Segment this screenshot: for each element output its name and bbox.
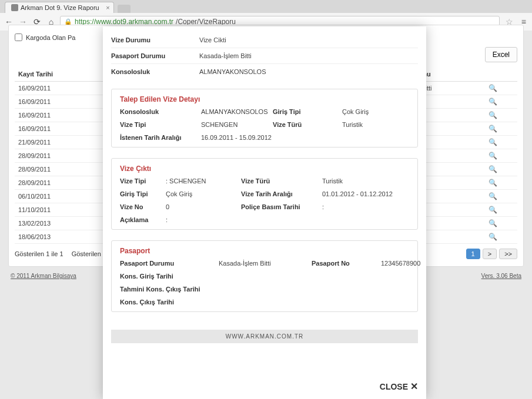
magnify-icon[interactable]: 🔍 [488,125,497,133]
pasaport-durum-value: Kasada-İşlem Bitti [219,260,307,267]
talep-vize-tipi-value: SCHENGEN [201,121,268,128]
talep-title: Talep Edilen Vize Detayı [120,95,409,108]
page-next-button[interactable]: > [483,249,497,259]
cikti-police-value: : [322,203,409,210]
excel-button[interactable]: Excel [485,47,517,62]
cell-date: 11/10/2011 [15,203,100,217]
cikti-card: Vize Çıktı Vize Tipi : SCHENGEN Vize Tür… [111,158,418,230]
cikti-vize-turu-label: Vize Türü [241,177,317,185]
magnify-icon[interactable]: 🔍 [488,206,497,214]
page-last-button[interactable]: >> [499,249,517,259]
cell-date: 21/09/2011 [15,136,100,149]
pasaport-no-value: 12345678900 [381,260,420,267]
kargoda-label: Kargoda Olan Pa [26,34,75,41]
select-label: Gösterilen [72,250,101,257]
cell-date: 16/09/2011 [15,82,100,95]
pasaport-durum-label: Pasaport Durumu [120,260,214,267]
talep-tarih-label: İstenen Tarih Aralığı [120,134,196,141]
magnify-icon[interactable]: 🔍 [488,138,497,146]
cikti-vize-turu-value: Turistik [322,177,409,185]
talep-konsolosluk-value: ALMANYAKONSOLOS [201,108,268,115]
cell-date: 28/09/2011 [15,163,100,176]
cell-date: 28/09/2011 [15,176,100,190]
cikti-giris-tipi-label: Giriş Tipi [120,190,161,197]
talep-tarih-value: 16.09.2011 - 15.09.2012 [201,134,409,141]
summary-block: Vize Durumu Vize Cikti Pasaport Durumu K… [111,32,418,79]
konsolosluk-value: ALMANYAKONSOLOS [199,68,418,75]
close-label: CLOSE [380,382,408,391]
vize-durumu-value: Vize Cikti [199,36,418,43]
pasaport-no-label: Pasaport No [312,260,376,267]
close-button[interactable]: CLOSE ✕ [380,381,418,392]
kargoda-checkbox[interactable] [15,33,22,41]
pasaport-title: Pasaport [120,247,409,260]
cell-date: 28/09/2011 [15,149,100,163]
close-icon[interactable]: × [106,4,109,11]
kons-cikis-label: Kons. Çıkış Tarihi [120,299,420,306]
pasaport-durumu-value: Kasada-İşlem Bitti [199,52,418,59]
talep-vize-tipi-label: Vize Tipi [120,121,196,128]
talep-giris-tipi-value: Çok Giriş [342,108,409,115]
footer-copyright[interactable]: © 2011 Arkman Bilgisaya [11,273,76,279]
talep-konsolosluk-label: Konsolosluk [120,108,196,115]
pasaport-durumu-label: Pasaport Durumu [111,52,199,59]
favicon-icon [11,4,18,11]
cell-date: 18/06/2013 [15,230,100,244]
page-1-button[interactable]: 1 [466,249,480,259]
cell-date: 06/10/2011 [15,190,100,203]
magnify-icon[interactable]: 🔍 [488,98,497,106]
talep-card: Talep Edilen Vize Detayı Konsolosluk ALM… [111,89,418,147]
magnify-icon[interactable]: 🔍 [488,219,497,227]
detail-modal: Vize Durumu Vize Cikti Pasaport Durumu K… [103,26,426,399]
magnify-icon[interactable]: 🔍 [488,179,497,187]
talep-vize-turu-label: Vize Türü [273,121,337,128]
talep-vize-turu-value: Turistik [342,121,409,128]
cikti-vize-no-label: Vize No [120,203,161,210]
shown-text: Gösterilen 1 ile 1 [15,250,63,257]
cikti-vize-tarih-value: 01.01.2012 - 01.12.2012 [322,190,409,197]
tahmini-cikis-label: Tahmini Kons. Çıkış Tarihi [120,286,420,293]
talep-giris-tipi-label: Giriş Tipi [273,108,337,115]
browser-tab[interactable]: Arkman Dot 9. Vize Raporu × [5,2,114,13]
cikti-vize-tipi-value: : SCHENGEN [166,177,236,185]
cikti-giris-tipi-value: Çok Giriş [166,190,236,197]
modal-brand-footer: WWW.ARKMAN.COM.TR [111,330,418,343]
cikti-vize-tipi-label: Vize Tipi [120,177,161,185]
close-icon: ✕ [410,381,418,392]
footer-version[interactable]: Vers. 3.06 Beta [481,273,521,279]
cikti-vize-no-value: 0 [166,203,236,210]
magnify-icon[interactable]: 🔍 [488,165,497,173]
konsolosluk-label: Konsolosluk [111,68,199,75]
col-kayit-tarihi: Kayıt Tarihi [15,67,100,82]
tab-bar: Arkman Dot 9. Vize Raporu × [0,0,532,13]
cell-date: 13/02/2013 [15,217,100,230]
cikti-aciklama-value: : [166,216,409,223]
magnify-icon[interactable]: 🔍 [488,111,497,119]
vize-durumu-label: Vize Durumu [111,36,199,43]
cell-date: 16/09/2011 [15,95,100,109]
magnify-icon[interactable]: 🔍 [488,233,497,241]
cell-date: 16/09/2011 [15,122,100,136]
tab-title: Arkman Dot 9. Vize Raporu [21,4,99,11]
magnify-icon[interactable]: 🔍 [488,192,497,200]
magnify-icon[interactable]: 🔍 [488,84,497,92]
cell-date: 16/09/2011 [15,109,100,122]
cikti-aciklama-label: Açıklama [120,216,161,223]
magnify-icon[interactable]: 🔍 [488,152,497,160]
cikti-vize-tarih-label: Vize Tarih Aralığı [241,190,317,197]
cikti-police-label: Poliçe Basım Tarihi [241,203,317,210]
kons-giris-label: Kons. Giriş Tarihi [120,273,420,280]
cikti-title: Vize Çıktı [120,165,409,177]
new-tab-button[interactable] [118,5,131,13]
pasaport-card: Pasaport Pasaport Durumu Kasada-İşlem Bi… [111,240,418,312]
